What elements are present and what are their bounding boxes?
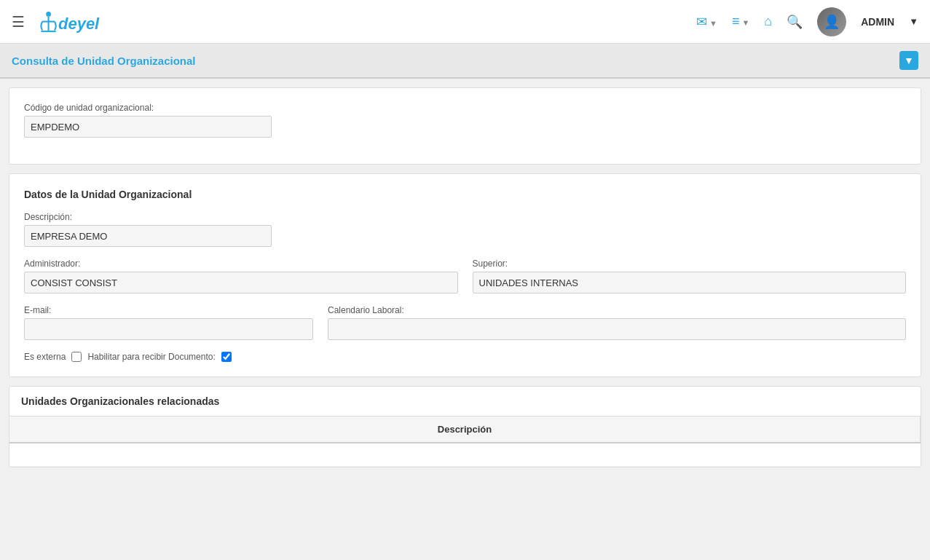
superior-label: Superior:: [473, 259, 907, 269]
home-icon[interactable]: ⌂: [764, 14, 772, 29]
page-content: Consulta de Unidad Organizacional ▼ Códi…: [0, 44, 930, 560]
codigo-field-group: Código de unidad organizacional:: [24, 103, 906, 138]
related-table: Descripción: [9, 417, 921, 467]
calendario-col: Calendario Laboral:: [328, 305, 906, 340]
section-header: Consulta de Unidad Organizacional ▼: [0, 44, 930, 79]
datos-card: Datos de la Unidad Organizacional Descri…: [9, 173, 921, 377]
descripcion-field-group: Descripción:: [24, 212, 906, 247]
related-section-title: Unidades Organizacionales relacionadas: [21, 395, 219, 407]
superior-col: Superior:: [473, 259, 907, 293]
related-table-header-row: Descripción: [9, 417, 921, 443]
email-calendario-row: E-mail: Calendario Laboral:: [24, 305, 906, 340]
navbar-right: ✉▼ ≡▼ ⌂ 🔍 👤 ADMIN ▼: [696, 7, 918, 36]
email-label: E-mail:: [24, 305, 313, 315]
svg-point-0: [46, 12, 51, 17]
calendario-label: Calendario Laboral:: [328, 305, 906, 315]
codigo-card-inner: Código de unidad organizacional:: [9, 88, 921, 164]
table-row: [9, 443, 921, 467]
menu-nav-icon[interactable]: ≡▼: [732, 14, 749, 29]
habilitar-label: Habilitar para recibir Documento:: [87, 352, 215, 362]
related-table-head: Descripción: [9, 417, 921, 443]
es-externa-label: Es externa: [24, 352, 66, 362]
related-section-header: Unidades Organizacionales relacionadas: [9, 387, 921, 417]
avatar-image: 👤: [817, 7, 846, 36]
related-section: Unidades Organizacionales relacionadas D…: [9, 386, 921, 468]
descripcion-column-header: Descripción: [9, 417, 921, 443]
messages-icon[interactable]: ✉▼: [696, 14, 717, 30]
habilitar-checkbox[interactable]: [221, 352, 232, 362]
page-title: Consulta de Unidad Organizacional: [12, 55, 196, 67]
es-externa-checkbox[interactable]: [71, 352, 82, 362]
logo[interactable]: deyel: [35, 8, 109, 36]
table-cell-empty: [9, 443, 921, 467]
datos-section-title: Datos de la Unidad Organizacional: [24, 189, 906, 200]
codigo-input[interactable]: [24, 116, 272, 138]
hamburger-icon[interactable]: ☰: [12, 13, 25, 31]
search-icon[interactable]: 🔍: [787, 14, 803, 30]
admin-superior-row: Administrador: Superior:: [24, 259, 906, 293]
descripcion-label: Descripción:: [24, 212, 906, 222]
admin-dropdown-arrow: ▼: [909, 16, 918, 27]
calendario-input[interactable]: [328, 318, 906, 340]
messages-dropdown-arrow: ▼: [709, 19, 717, 28]
codigo-label: Código de unidad organizacional:: [24, 103, 906, 113]
menu-dropdown-arrow: ▼: [741, 18, 749, 27]
svg-text:deyel: deyel: [58, 14, 100, 32]
admin-label[interactable]: ADMIN: [861, 16, 894, 28]
datos-card-inner: Datos de la Unidad Organizacional Descri…: [9, 174, 921, 376]
title-prefix: Consulta de: [12, 55, 77, 67]
codigo-card: Código de unidad organizacional:: [9, 87, 921, 165]
related-table-body: [9, 443, 921, 467]
email-col: E-mail:: [24, 305, 313, 340]
collapse-button[interactable]: ▼: [899, 51, 918, 70]
title-main: Unidad Organizacional: [77, 55, 196, 67]
administrador-col: Administrador:: [24, 259, 458, 293]
administrador-label: Administrador:: [24, 259, 458, 269]
email-input[interactable]: [24, 318, 313, 340]
administrador-input[interactable]: [24, 272, 458, 293]
avatar[interactable]: 👤: [817, 7, 846, 36]
navbar-left: ☰ deyel: [12, 8, 109, 36]
navbar: ☰ deyel ✉▼ ≡▼ ⌂ 🔍 👤: [0, 0, 930, 44]
superior-input[interactable]: [473, 272, 907, 293]
logo-svg: deyel: [35, 8, 109, 36]
descripcion-input[interactable]: [24, 225, 272, 247]
checkbox-row: Es externa Habilitar para recibir Docume…: [24, 352, 906, 362]
